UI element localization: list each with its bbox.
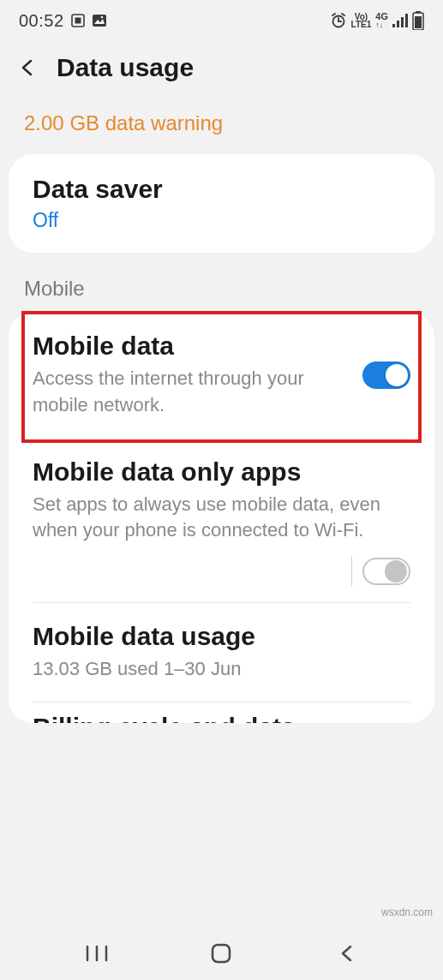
nav-back-button[interactable] <box>325 944 368 963</box>
page-header: Data usage <box>0 39 443 105</box>
billing-cycle-title: Billing cycle and data <box>33 713 410 723</box>
chevron-left-icon <box>18 58 37 77</box>
mobile-data-only-apps-toggle[interactable] <box>362 558 410 585</box>
battery-icon <box>412 11 424 30</box>
mobile-data-only-apps-title: Mobile data only apps <box>33 457 410 487</box>
navigation-bar <box>0 927 443 980</box>
status-left: 00:52 <box>19 11 107 31</box>
svg-rect-20 <box>213 945 230 962</box>
network-type-icon: 4G↑↓ <box>375 12 388 29</box>
stop-icon <box>71 14 85 27</box>
mobile-data-toggle[interactable] <box>362 362 410 389</box>
mobile-section-card: Mobile data Access the internet through … <box>9 313 434 723</box>
data-saver-status: Off <box>33 209 410 232</box>
mobile-data-only-apps-row[interactable]: Mobile data only apps Set apps to always… <box>9 439 434 550</box>
back-button[interactable] <box>17 57 38 78</box>
mobile-data-only-apps-desc: Set apps to always use mobile data, even… <box>33 492 410 545</box>
svg-rect-16 <box>415 16 422 28</box>
data-warning-label: 2.00 GB data warning <box>0 105 443 154</box>
mobile-data-desc: Access the internet through your mobile … <box>33 366 349 419</box>
page-title: Data usage <box>57 53 194 82</box>
mobile-data-only-apps-toggle-wrap <box>9 549 434 602</box>
svg-rect-12 <box>401 17 404 27</box>
watermark: wsxdn.com <box>381 906 433 918</box>
signal-icon <box>392 14 408 27</box>
svg-line-9 <box>342 14 344 15</box>
status-bar: 00:52 Vo)LTE1 4G↑↓ <box>0 0 443 39</box>
billing-cycle-row[interactable]: Billing cycle and data <box>9 702 434 723</box>
mobile-data-usage-title: Mobile data usage <box>33 622 410 651</box>
mobile-data-usage-row[interactable]: Mobile data usage 13.03 GB used 1–30 Jun <box>9 603 434 702</box>
home-button[interactable] <box>200 942 242 965</box>
mobile-data-title: Mobile data <box>33 332 349 361</box>
mobile-data-row[interactable]: Mobile data Access the internet through … <box>9 313 434 438</box>
svg-line-8 <box>332 14 335 15</box>
svg-point-4 <box>100 16 103 19</box>
svg-rect-1 <box>75 18 81 24</box>
vertical-separator <box>351 556 352 587</box>
svg-rect-13 <box>405 14 408 27</box>
recents-button[interactable] <box>75 945 118 962</box>
status-right: Vo)LTE1 4G↑↓ <box>330 11 424 30</box>
status-time: 00:52 <box>19 11 64 31</box>
alarm-icon <box>330 12 347 29</box>
data-saver-card[interactable]: Data saver Off <box>9 154 434 253</box>
svg-rect-10 <box>392 24 395 27</box>
svg-rect-11 <box>397 21 399 27</box>
mobile-data-usage-desc: 13.03 GB used 1–30 Jun <box>33 656 410 683</box>
volte-icon: Vo)LTE1 <box>351 13 372 28</box>
data-saver-title: Data saver <box>33 175 410 204</box>
svg-rect-2 <box>93 15 106 27</box>
section-header-mobile: Mobile <box>0 253 443 313</box>
image-icon <box>92 14 107 27</box>
